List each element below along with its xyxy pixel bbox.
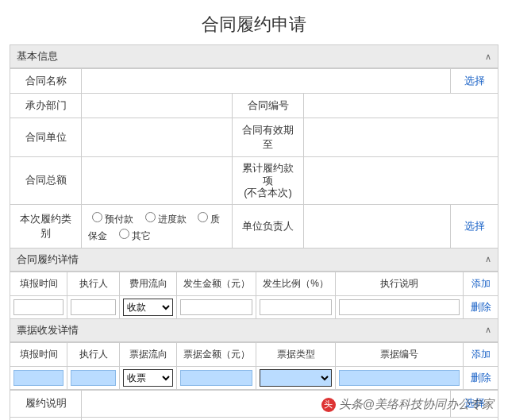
collapse-icon[interactable]: ∧ — [485, 52, 491, 62]
field-cumulative[interactable] — [304, 157, 498, 205]
del-perf-row[interactable]: 删除 — [464, 295, 498, 318]
add-perf-row[interactable]: 添加 — [464, 272, 498, 295]
input-perf-ratio[interactable] — [260, 299, 332, 315]
input-tk-no[interactable] — [339, 370, 460, 386]
field-contract-no[interactable] — [304, 94, 498, 118]
label-contract-name: 合同名称 — [10, 69, 82, 94]
radio-prepay-label: 预付款 — [105, 214, 133, 225]
label-contract-unit: 合同单位 — [10, 118, 82, 157]
col-tk-exec: 执行人 — [67, 342, 120, 366]
label-cumulative: 累计履约款项 (不含本次) — [233, 157, 304, 205]
col-perf-ratio: 发生比例（%） — [256, 272, 336, 295]
watermark-icon: 头 — [321, 398, 336, 412]
radio-other[interactable] — [119, 229, 129, 239]
del-ticket-row[interactable]: 删除 — [464, 366, 498, 389]
radio-progress-label: 进度款 — [158, 214, 187, 225]
section-ticket-label: 票据收发详情 — [17, 323, 79, 337]
select-tk-type[interactable] — [260, 369, 332, 387]
label-perf-type: 本次履约类别 — [10, 204, 82, 248]
collapse-icon[interactable]: ∧ — [485, 254, 491, 264]
col-tk-time: 填报时间 — [10, 342, 67, 366]
label-total-amount: 合同总额 — [10, 157, 82, 205]
input-perf-exec[interactable] — [71, 299, 116, 315]
field-remark[interactable] — [82, 417, 498, 420]
label-valid-until: 合同有效期至 — [233, 118, 304, 157]
add-ticket-row[interactable]: 添加 — [464, 342, 498, 366]
select-perf-flow[interactable]: 收款 — [123, 299, 173, 316]
col-tk-no: 票据编号 — [336, 342, 464, 366]
radio-other-label: 其它 — [132, 230, 151, 241]
label-dept: 承办部门 — [10, 94, 82, 118]
label-unit-leader: 单位负责人 — [233, 204, 304, 248]
field-contract-unit[interactable] — [82, 118, 233, 157]
radio-prepay[interactable] — [92, 212, 102, 222]
col-tk-type: 票据类型 — [256, 342, 336, 366]
section-basic-label: 基本信息 — [17, 49, 58, 64]
radio-warranty[interactable] — [198, 212, 208, 222]
select-tk-flow[interactable]: 收票 — [123, 369, 173, 387]
section-basic-header: 基本信息 ∧ — [10, 44, 498, 68]
input-tk-exec[interactable] — [71, 370, 116, 386]
label-perf-desc: 履约说明 — [10, 390, 82, 417]
col-tk-amount: 票据金额（元） — [177, 342, 256, 366]
input-perf-amount[interactable] — [180, 299, 252, 315]
input-tk-amount[interactable] — [180, 370, 252, 386]
input-tk-time[interactable] — [13, 370, 64, 386]
input-perf-desc[interactable] — [339, 299, 460, 315]
field-total-amount[interactable] — [82, 157, 233, 205]
field-dept[interactable] — [82, 94, 233, 118]
section-ticket-header: 票据收发详情 ∧ — [10, 319, 498, 342]
field-valid-until[interactable] — [304, 118, 498, 157]
col-perf-amount: 发生金额（元） — [177, 272, 256, 295]
section-perf-header: 合同履约详情 ∧ — [10, 249, 498, 272]
radio-progress[interactable] — [145, 212, 156, 222]
label-remark: 备注 — [10, 417, 82, 420]
col-perf-exec: 执行人 — [67, 272, 120, 295]
field-contract-name[interactable] — [82, 69, 451, 94]
watermark-text: 头条@美络科技协同办公专家 — [339, 397, 494, 412]
field-unit-leader[interactable] — [304, 204, 451, 248]
input-perf-time[interactable] — [13, 299, 64, 315]
watermark: 头 头条@美络科技协同办公专家 — [321, 397, 494, 412]
col-perf-desc: 执行说明 — [336, 272, 464, 295]
section-perf-label: 合同履约详情 — [17, 252, 79, 267]
select-unit-leader[interactable]: 选择 — [451, 204, 498, 248]
label-contract-no: 合同编号 — [233, 94, 304, 118]
col-perf-flow: 费用流向 — [120, 272, 177, 295]
col-perf-time: 填报时间 — [10, 272, 67, 295]
select-contract-name[interactable]: 选择 — [451, 69, 498, 94]
col-tk-flow: 票据流向 — [120, 342, 177, 366]
radio-group-perf-type: 预付款 进度款 质保金 其它 — [82, 204, 233, 248]
page-title: 合同履约申请 — [10, 13, 498, 37]
collapse-icon[interactable]: ∧ — [485, 325, 491, 335]
